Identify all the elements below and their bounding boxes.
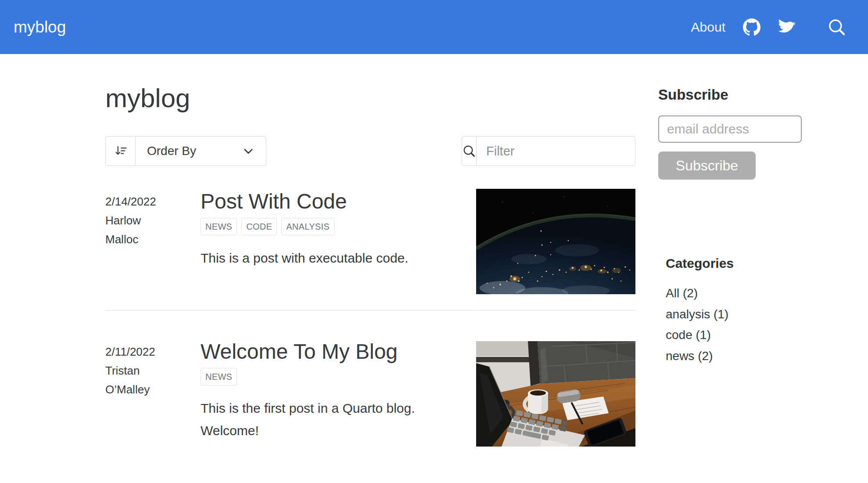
order-by-label: Order By xyxy=(136,137,242,166)
subscribe-button[interactable]: Subscribe xyxy=(658,151,756,180)
sort-down-icon xyxy=(106,137,136,166)
post-listing-item: 2/11/2022 Tristan O’Malley Welcome To My… xyxy=(105,339,635,447)
subscribe-heading: Subscribe xyxy=(658,87,807,103)
email-field[interactable] xyxy=(658,115,802,143)
post-listing-item: 2/14/2022 Harlow Malloc Post With Code N… xyxy=(105,189,635,294)
post-body: Welcome To My Blog NEWS This is the firs… xyxy=(201,339,476,447)
post-categories: NEWS xyxy=(201,368,476,386)
category-pill[interactable]: NEWS xyxy=(201,368,237,386)
post-date: 2/11/2022 xyxy=(105,342,174,361)
sidebar: Subscribe Subscribe Categories All (2) a… xyxy=(658,87,807,366)
post-meta: 2/14/2022 Harlow Malloc xyxy=(105,189,201,294)
categories-section: Categories All (2) analysis (1) code (1)… xyxy=(658,256,807,366)
post-description: This is the first post in a Quarto blog.… xyxy=(201,397,453,442)
post-body: Post With Code NEWS CODE ANALYSIS This i… xyxy=(201,189,476,294)
twitter-icon[interactable] xyxy=(778,20,796,34)
post-meta: 2/11/2022 Tristan O’Malley xyxy=(105,339,201,447)
post-thumbnail-desk[interactable] xyxy=(476,341,635,447)
listing-controls: Order By xyxy=(105,136,635,166)
navbar-right: About xyxy=(691,18,846,36)
categories-list: All (2) analysis (1) code (1) news (2) xyxy=(666,283,807,366)
post-author: Harlow Malloc xyxy=(105,211,174,249)
listing-main: myblog Order By xyxy=(105,54,635,447)
post-description: This is a post with executable code. xyxy=(201,247,453,269)
post-divider xyxy=(105,310,635,310)
category-link-analysis[interactable]: analysis (1) xyxy=(666,304,807,325)
filter-input[interactable] xyxy=(477,137,656,166)
navbar-brand[interactable]: myblog xyxy=(14,18,66,36)
category-pill[interactable]: CODE xyxy=(241,218,277,235)
post-title[interactable]: Welcome To My Blog xyxy=(201,339,476,364)
order-by-dropdown[interactable]: Order By xyxy=(105,136,266,166)
filter-group xyxy=(462,136,635,166)
coffee-mug xyxy=(524,389,548,414)
post-categories: NEWS CODE ANALYSIS xyxy=(201,218,476,235)
post-author: Tristan O’Malley xyxy=(105,361,174,399)
category-link-news[interactable]: news (2) xyxy=(666,346,807,367)
post-date: 2/14/2022 xyxy=(105,192,174,211)
category-link-code[interactable]: code (1) xyxy=(666,324,807,346)
category-link-all[interactable]: All (2) xyxy=(666,283,807,304)
search-icon xyxy=(462,137,477,166)
navbar: myblog About xyxy=(0,0,868,54)
categories-heading: Categories xyxy=(666,256,807,271)
nav-link-about[interactable]: About xyxy=(691,20,725,35)
post-thumbnail-earth-night[interactable] xyxy=(476,189,635,294)
category-pill[interactable]: NEWS xyxy=(201,218,237,235)
chevron-down-icon xyxy=(242,137,255,166)
category-pill[interactable]: ANALYSIS xyxy=(281,218,334,235)
search-icon[interactable] xyxy=(828,18,846,36)
post-title[interactable]: Post With Code xyxy=(201,189,476,214)
github-icon[interactable] xyxy=(743,18,760,36)
page-title: myblog xyxy=(105,84,635,113)
